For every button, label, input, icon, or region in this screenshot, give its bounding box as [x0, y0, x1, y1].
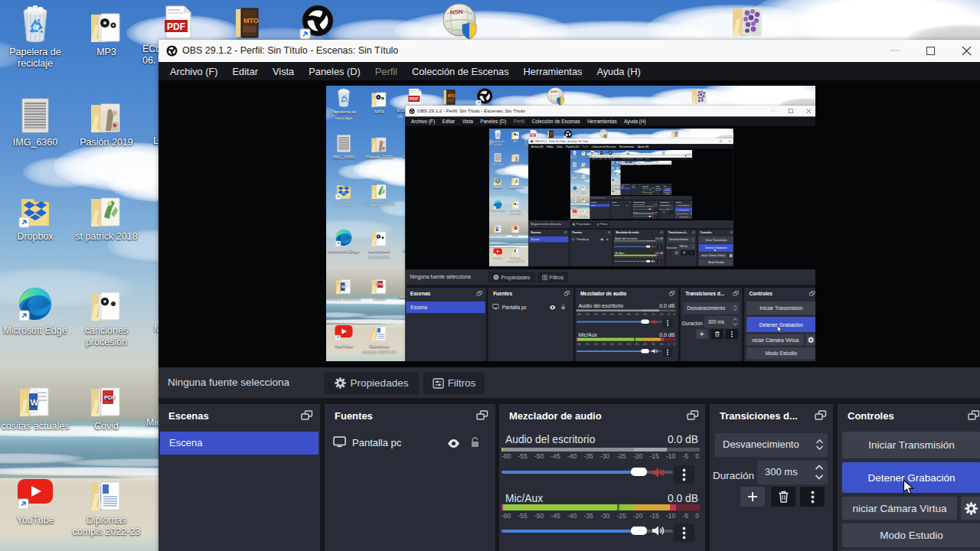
svg-text:MTO: MTO — [600, 152, 603, 153]
svg-text:NSN: NSN — [550, 90, 557, 94]
svg-text:MTO: MTO — [626, 161, 628, 162]
svg-text:NSN: NSN — [626, 151, 628, 152]
svg-text:MTO: MTO — [550, 132, 554, 134]
svg-text:W: W — [612, 185, 613, 186]
svg-text:MTO: MTO — [448, 94, 456, 98]
svg-text:MTO: MTO — [243, 17, 259, 24]
svg-text:PDF: PDF — [104, 394, 116, 401]
svg-text:NSN: NSN — [601, 130, 605, 132]
svg-text:PDF: PDF — [531, 134, 535, 137]
svg-text:W: W — [31, 398, 39, 407]
svg-text:PDF: PDF — [410, 96, 419, 101]
svg-text:PDF: PDF — [378, 283, 384, 286]
svg-text:NSN: NSN — [450, 8, 464, 16]
svg-text:PDF: PDF — [167, 21, 185, 32]
svg-text:W: W — [497, 227, 499, 230]
svg-text:PDF: PDF — [591, 153, 593, 154]
svg-text:W: W — [341, 285, 346, 289]
